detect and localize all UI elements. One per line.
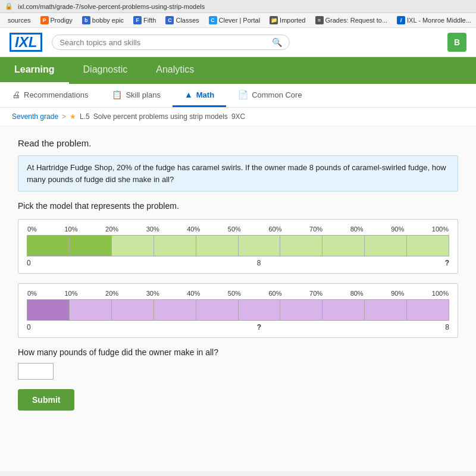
strip-cell [27,236,70,256]
strip-model-1[interactable]: 0% 10% 20% 30% 40% 50% 60% 70% 80% 90% 1… [18,219,458,274]
bobby-icon: b [82,16,90,24]
prodigy-icon: P [40,16,49,24]
breadcrumb-separator: > [62,112,66,121]
math-icon: ▲ [184,90,193,99]
strip-cell [154,236,196,256]
fifth-icon: F [133,16,142,24]
strip-cell [322,300,365,320]
strip-cell [196,236,239,256]
strip-cell [322,236,365,256]
strip-cell [196,300,239,320]
strip-cell [70,236,112,256]
avatar: B [447,33,466,52]
skill-plans-icon: 📋 [112,90,122,99]
strip-cell [280,236,322,256]
subnav-skill-plans[interactable]: 📋 Skill plans [100,84,173,107]
ixl-monroe-icon: I [397,16,405,24]
bookmarks-bar: sources P Prodigy b bobby epic F Fifth C… [0,13,476,28]
problem-text: At Hartridge Fudge Shop, 20% of the fudg… [18,155,458,192]
ixl-logo[interactable]: IXL [10,33,42,52]
percent-labels-1: 0% 10% 20% 30% 40% 50% 60% 70% 80% 90% 1… [27,226,449,233]
how-many-label: How many pounds of fudge did the owner m… [18,347,458,357]
search-container[interactable]: 🔍 [52,35,290,50]
subnav-recommendations[interactable]: 🖨 Recommendations [0,84,100,107]
ixl-logo-text: IXL [10,33,42,52]
imported-icon: 📁 [270,16,278,24]
strip-model-2[interactable]: 0% 10% 20% 30% 40% 50% 60% 70% 80% 90% 1… [18,283,458,338]
tab-analytics[interactable]: Analytics [142,57,208,84]
url-bar[interactable]: ixl.com/math/grade-7/solve-percent-probl… [18,3,205,10]
breadcrumb-badge: 9XC [231,112,245,121]
value-right-2: 8 [445,323,449,331]
bookmark-clever[interactable]: C Clever | Portal [206,15,264,26]
sub-nav: 🖨 Recommendations 📋 Skill plans ▲ Math 📄… [0,84,476,108]
value-mid-2: ? [257,323,261,331]
bookmark-prodigy[interactable]: P Prodigy [37,15,76,26]
grades-icon: ≡ [315,16,324,24]
bookmark-classes[interactable]: C Classes [162,15,202,26]
breadcrumb-grade[interactable]: Seventh grade [12,112,58,121]
value-left-2: 0 [27,323,31,331]
bookmark-imported[interactable]: 📁 Imported [267,15,308,26]
read-the-problem-label: Read the problem. [18,138,458,148]
tab-learning[interactable]: Learning [0,57,69,84]
value-left-1: 0 [27,259,31,267]
bookmark-sources[interactable]: sources [5,15,34,25]
bookmark-ixl-monroe[interactable]: I IXL - Monroe Middle... [394,15,474,26]
pick-model-label: Pick the model that represents the probl… [18,201,458,211]
strip-cell [365,300,407,320]
breadcrumb-skill-code: L.5 [80,112,90,121]
answer-input[interactable] [18,363,54,380]
bookmark-grades[interactable]: ≡ Grades: Request to... [312,15,391,26]
recommendations-icon: 🖨 [12,90,20,99]
common-core-icon: 📄 [238,90,248,99]
problem-section: Read the problem. At Hartridge Fudge Sho… [18,138,458,411]
bookmark-bobby[interactable]: b bobby epic [79,15,127,26]
strip-bar-2 [27,299,449,321]
strip-cell [27,300,70,320]
strip-cell [365,236,407,256]
breadcrumb-skill-name: Solve percent problems using strip model… [93,112,228,121]
breadcrumb: Seventh grade > ★ L.5 Solve percent prob… [0,108,476,126]
strip-cell [154,300,196,320]
subnav-common-core[interactable]: 📄 Common Core [226,84,314,107]
subnav-math[interactable]: ▲ Math [173,84,226,107]
submit-button[interactable]: Submit [18,389,74,411]
value-mid-1: 8 [257,259,261,267]
strip-cell [112,236,154,256]
strip-cell [407,236,449,256]
ixl-header: IXL 🔍 B [0,28,476,57]
lock-icon: 🔒 [5,2,13,10]
value-labels-2: 0 ? 8 [27,323,449,331]
bookmark-fifth[interactable]: F Fifth [130,15,159,26]
strip-cell [280,300,322,320]
strip-bar-1 [27,235,449,256]
strip-cell [407,300,449,320]
value-labels-1: 0 8 ? [27,259,449,267]
value-right-1: ? [445,259,449,267]
strip-cell [70,300,112,320]
percent-labels-2: 0% 10% 20% 30% 40% 50% 60% 70% 80% 90% 1… [27,290,449,297]
strip-cell [239,300,281,320]
clever-icon: C [209,16,217,24]
main-content: Read the problem. At Hartridge Fudge Sho… [0,126,476,471]
tab-diagnostic[interactable]: Diagnostic [69,57,142,84]
strip-cell [239,236,281,256]
strip-cell [112,300,154,320]
search-input[interactable] [60,38,272,47]
search-icon: 🔍 [272,37,282,47]
nav-tabs: Learning Diagnostic Analytics [0,57,476,84]
browser-bar: 🔒 ixl.com/math/grade-7/solve-percent-pro… [0,0,476,13]
classes-icon: C [165,16,174,24]
breadcrumb-star: ★ [70,112,76,121]
